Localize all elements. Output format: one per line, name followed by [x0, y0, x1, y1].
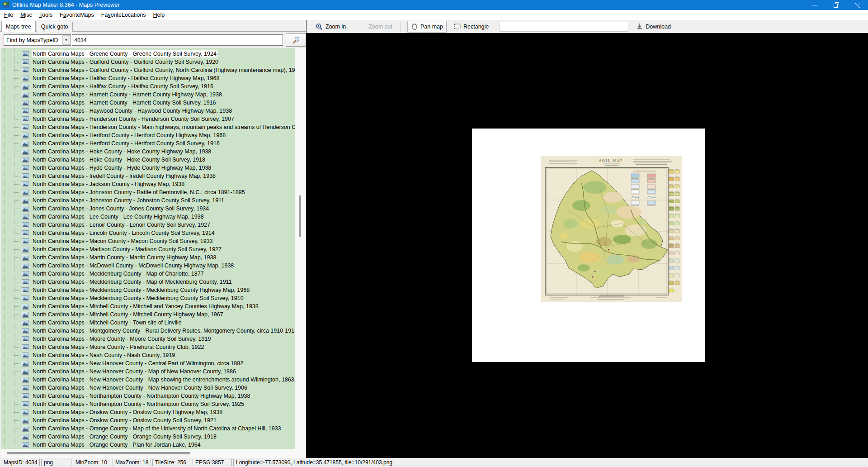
map-image-icon: [22, 238, 29, 244]
tree-item[interactable]: North Carolina Maps - Harnett County - H…: [1, 99, 295, 107]
horizontal-scrollbar-thumb[interactable]: [7, 452, 190, 454]
tree-item[interactable]: North Carolina Maps - Lee County - Lee C…: [1, 213, 295, 221]
tree-item[interactable]: North Carolina Maps - Greene County - Gr…: [1, 50, 295, 58]
tree-item-label: North Carolina Maps - Lenoir County - Le…: [32, 221, 211, 229]
tree-item[interactable]: North Carolina Maps - Moore County - Pin…: [1, 343, 295, 351]
app-icon: [3, 2, 9, 8]
search-input[interactable]: [72, 34, 283, 46]
tab-maps-tree[interactable]: Maps tree: [1, 21, 36, 32]
zoom-out-button[interactable]: Zoom out: [365, 21, 396, 32]
tree-item[interactable]: North Carolina Maps - Lincoln County - L…: [1, 229, 295, 237]
tree-item-label: North Carolina Maps - Mitchell County - …: [32, 319, 183, 326]
map-image-icon: [22, 344, 29, 350]
tree-item[interactable]: North Carolina Maps - Mitchell County - …: [1, 302, 295, 310]
menu-misc[interactable]: Misc: [17, 10, 35, 19]
tree-item[interactable]: North Carolina Maps - Iredell County - I…: [1, 172, 295, 180]
tree-item[interactable]: North Carolina Maps - Montgomery County …: [1, 327, 295, 335]
tree-item-label: North Carolina Maps - Macon County - Mac…: [32, 238, 214, 245]
tree-item[interactable]: North Carolina Maps - Hertford County - …: [1, 139, 295, 148]
menu-file[interactable]: File: [1, 10, 16, 19]
tree-item[interactable]: North Carolina Maps - Guilford County - …: [1, 66, 295, 74]
minimize-button[interactable]: [804, 0, 826, 10]
svg-text:SOIL MAP: SOIL MAP: [599, 159, 623, 163]
tree-item[interactable]: North Carolina Maps - Onslow County - On…: [1, 408, 295, 416]
zoom-in-button[interactable]: Zoom in: [312, 21, 349, 33]
map-canvas[interactable]: SOIL MAP: [306, 33, 868, 458]
chevron-down-icon[interactable]: ▼: [62, 35, 70, 45]
vertical-scrollbar[interactable]: [295, 48, 306, 449]
tree-item[interactable]: North Carolina Maps - Madison County - M…: [1, 245, 295, 253]
tree-item[interactable]: North Carolina Maps - Hyde County - Hyde…: [1, 164, 295, 172]
tree-item[interactable]: North Carolina Maps - Mecklenburg County…: [1, 286, 295, 294]
tree-item[interactable]: North Carolina Maps - Orange County - Pl…: [1, 441, 295, 449]
tree-item[interactable]: North Carolina Maps - Martin County - Ma…: [1, 253, 295, 262]
rectangle-button[interactable]: Rectangle: [450, 21, 492, 32]
tree-item-label: North Carolina Maps - Hoke County - Hoke…: [32, 156, 206, 163]
vertical-scrollbar-thumb[interactable]: [299, 195, 301, 237]
tree-item-label: North Carolina Maps - Montgomery County …: [32, 327, 295, 334]
soil-map-image: SOIL MAP: [541, 156, 682, 302]
search-button[interactable]: [286, 33, 306, 47]
tree-item[interactable]: North Carolina Maps - Orange County - Ma…: [1, 424, 295, 433]
tree-item[interactable]: North Carolina Maps - Henderson County -…: [1, 123, 295, 131]
horizontal-scrollbar[interactable]: [1, 449, 306, 458]
tree-item[interactable]: North Carolina Maps - Halifax County - H…: [1, 74, 295, 82]
map-image-icon: [22, 198, 29, 204]
tree-item[interactable]: North Carolina Maps - Northampton County…: [1, 392, 295, 400]
close-button[interactable]: [847, 0, 868, 10]
pan-map-button[interactable]: Pan map: [407, 21, 447, 33]
tree-item[interactable]: North Carolina Maps - Mecklenburg County…: [1, 270, 295, 278]
tree-item[interactable]: North Carolina Maps - Mitchell County - …: [1, 310, 295, 319]
maps-tree: North Carolina Maps - Greene County - Gr…: [1, 48, 306, 458]
tree-item[interactable]: North Carolina Maps - Mecklenburg County…: [1, 294, 295, 302]
tree-item[interactable]: North Carolina Maps - Harnett County - H…: [1, 91, 295, 99]
tree-item[interactable]: North Carolina Maps - Johnston County - …: [1, 188, 295, 196]
map-image-icon: [22, 141, 29, 147]
tree-item-label: North Carolina Maps - Martin County - Ma…: [32, 254, 217, 261]
tree-item-label: North Carolina Maps - Henderson County -…: [32, 124, 295, 131]
menu-help[interactable]: Help: [150, 10, 168, 19]
map-image-icon: [22, 76, 29, 81]
tree-item-label: North Carolina Maps - Mecklenburg County…: [32, 295, 245, 302]
tree-item[interactable]: North Carolina Maps - McDowell County - …: [1, 262, 295, 270]
tree-item[interactable]: North Carolina Maps - Moore County - Moo…: [1, 335, 295, 343]
tree-item[interactable]: North Carolina Maps - Jackson County - H…: [1, 180, 295, 188]
tree-item[interactable]: North Carolina Maps - New Hanover County…: [1, 367, 295, 376]
tree-item[interactable]: North Carolina Maps - Hoke County - Hoke…: [1, 148, 295, 156]
tree-item[interactable]: North Carolina Maps - Jones County - Jon…: [1, 205, 295, 213]
restore-button[interactable]: [826, 0, 847, 10]
coordinate-input[interactable]: [500, 22, 628, 32]
tree-item[interactable]: North Carolina Maps - Orange County - Or…: [1, 433, 295, 441]
tree-item-label: North Carolina Maps - Hoke County - Hoke…: [32, 148, 212, 155]
tree-item[interactable]: North Carolina Maps - Nash County - Nash…: [1, 351, 295, 359]
tree-item[interactable]: North Carolina Maps - Hertford County - …: [1, 131, 295, 139]
tree-item[interactable]: North Carolina Maps - Northampton County…: [1, 400, 295, 408]
map-image-icon: [22, 173, 29, 179]
download-button[interactable]: Download: [633, 21, 675, 32]
tree-item-label: North Carolina Maps - Onslow County - On…: [32, 409, 223, 416]
menu-favoritemaps[interactable]: FavoriteMaps: [57, 10, 97, 19]
filter-combobox[interactable]: Find by MapsTypeID ▼: [4, 34, 71, 46]
tree-item[interactable]: North Carolina Maps - Macon County - Mac…: [1, 237, 295, 245]
map-image-icon: [22, 51, 29, 57]
tree-item-label: North Carolina Maps - New Hanover County…: [32, 360, 244, 367]
tree-item[interactable]: North Carolina Maps - Mecklenburg County…: [1, 278, 295, 286]
tree-item[interactable]: North Carolina Maps - New Hanover County…: [1, 376, 295, 384]
titlebar: Offline Map Maker 8.364 - Maps Previewer: [0, 0, 868, 10]
tree-item[interactable]: North Carolina Maps - Guilford County - …: [1, 58, 295, 66]
tab-quick-goto[interactable]: Quick goto: [37, 22, 73, 32]
map-page[interactable]: SOIL MAP: [472, 129, 705, 362]
tree-item[interactable]: North Carolina Maps - Halifax County - H…: [1, 82, 295, 91]
tree-item[interactable]: North Carolina Maps - Onslow County - On…: [1, 416, 295, 424]
menu-tools[interactable]: Tools: [36, 10, 56, 19]
tree-item[interactable]: North Carolina Maps - Hoke County - Hoke…: [1, 156, 295, 164]
tree-item[interactable]: North Carolina Maps - Mitchell County - …: [1, 319, 295, 327]
menu-favoritelocations[interactable]: FavoriteLocations: [98, 10, 149, 19]
tree-item[interactable]: North Carolina Maps - New Hanover County…: [1, 384, 295, 392]
tree-item[interactable]: North Carolina Maps - New Hanover County…: [1, 359, 295, 367]
tree-item[interactable]: North Carolina Maps - Lenoir County - Le…: [1, 221, 295, 229]
tree-item[interactable]: North Carolina Maps - Haywood County - H…: [1, 107, 295, 115]
zoom-in-label: Zoom in: [326, 24, 346, 30]
tree-item[interactable]: North Carolina Maps - Henderson County -…: [1, 115, 295, 123]
tree-item[interactable]: North Carolina Maps - Johnston County - …: [1, 196, 295, 205]
